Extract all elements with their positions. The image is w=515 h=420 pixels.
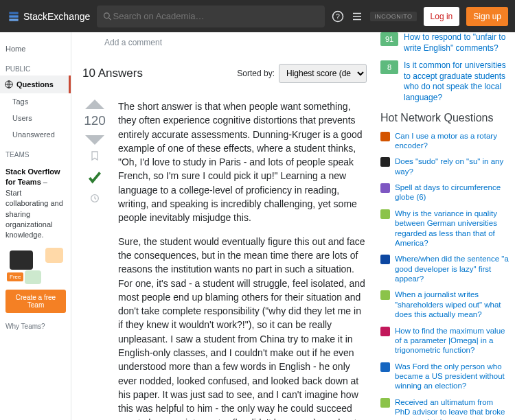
svg-line-4 (109, 17, 111, 19)
teams-promo: Stack Overflow for Teams – Start collabo… (0, 161, 71, 318)
hot-question-link[interactable]: Where/when did the sentence "a good deve… (395, 254, 510, 283)
site-icon (380, 157, 390, 167)
main-content: Add a comment 10 Answers Sorted by: High… (71, 32, 378, 420)
logo[interactable]: StackExchange (7, 10, 90, 23)
nav-questions-label: Questions (16, 80, 54, 89)
create-team-button[interactable]: Create a free Team (5, 290, 66, 313)
site-icon (380, 362, 390, 372)
hot-question: Why is the variance in quality between G… (380, 209, 510, 248)
linked-count: 8 (380, 60, 398, 74)
right-sidebar: 91How to respond to "unfair to write Eng… (378, 32, 515, 420)
searchbox[interactable] (97, 5, 325, 27)
hot-question: Where/when did the sentence "a good deve… (380, 254, 510, 283)
hot-question-link[interactable]: How to find the maximum value of a param… (395, 326, 510, 355)
history-icon[interactable] (89, 193, 100, 204)
site-icon (380, 255, 390, 264)
hot-question: How to find the maximum value of a param… (380, 326, 510, 355)
site-icon (380, 132, 390, 141)
hot-question-link[interactable]: Received an ultimatum from PhD advisor t… (395, 397, 510, 420)
accepted-checkmark-icon (86, 168, 104, 186)
hot-question-link[interactable]: When a journalist writes "shareholders w… (395, 290, 510, 319)
answer: 120 The short answer is that when people… (82, 91, 367, 420)
svg-rect-1 (9, 15, 18, 17)
hot-question: Can I use a motor as a rotary encoder? (380, 131, 510, 151)
answers-count: 10 Answers (82, 67, 143, 80)
nav-section-public: PUBLIC (0, 57, 71, 75)
hot-questions-header: Hot Network Questions (380, 112, 510, 124)
globe-icon (4, 80, 14, 89)
linked-title[interactable]: Is it common for universities to accept … (404, 60, 510, 103)
why-teams-link[interactable]: Why Teams? (0, 318, 71, 334)
hot-question: Does "sudo" rely on "su" in any way? (380, 156, 510, 176)
sort-control: Sorted by: Highest score (default) (237, 64, 367, 83)
nav-users[interactable]: Users (0, 110, 71, 126)
hot-question-link[interactable]: Does "sudo" rely on "su" in any way? (395, 156, 510, 176)
signup-button[interactable]: Sign up (466, 7, 508, 26)
hot-question-link[interactable]: Was Ford the only person who became a US… (395, 362, 510, 391)
downvote-button[interactable] (85, 135, 104, 145)
site-icon (380, 209, 390, 219)
nav-questions[interactable]: Questions (0, 75, 71, 93)
incognito-badge: INCOGNITO (370, 12, 416, 21)
answer-body: The short answer is that when people wan… (118, 100, 367, 420)
logo-text: StackExchange (23, 11, 90, 22)
help-icon[interactable]: ? (332, 10, 344, 23)
vote-count: 120 (84, 109, 106, 132)
hot-question-link[interactable]: Why is the variance in quality between G… (395, 209, 510, 248)
nav-section-teams: TEAMS (0, 143, 71, 161)
site-icon (380, 183, 390, 193)
stackexchange-menu-icon[interactable] (351, 10, 363, 23)
sort-select[interactable]: Highest score (default) (279, 64, 367, 83)
site-icon (380, 327, 390, 336)
site-icon (380, 398, 390, 408)
stackexchange-icon (7, 10, 21, 23)
linked-question: 8Is it common for universities to accept… (380, 60, 510, 103)
answer-paragraph: The short answer is that when people wan… (118, 100, 367, 225)
site-icon (380, 290, 390, 300)
hot-question: Received an ultimatum from PhD advisor t… (380, 397, 510, 420)
upvote-button[interactable] (85, 100, 104, 109)
svg-point-3 (104, 12, 110, 18)
linked-count: 91 (380, 32, 398, 46)
svg-rect-0 (9, 12, 18, 14)
login-button[interactable]: Log in (424, 7, 460, 26)
nav-tags[interactable]: Tags (0, 93, 71, 110)
hot-question-link[interactable]: Can I use a motor as a rotary encoder? (395, 131, 510, 151)
sort-label: Sorted by: (237, 69, 275, 78)
answer-paragraph: Sure, the student would eventually figur… (118, 235, 367, 420)
nav-home[interactable]: Home (0, 40, 71, 57)
nav-unanswered[interactable]: Unanswered (0, 126, 71, 143)
search-icon (102, 11, 113, 22)
teams-desc: – Start collaborating and sharing organi… (5, 178, 63, 239)
vote-column: 120 (82, 100, 107, 420)
bookmark-icon[interactable] (89, 150, 100, 161)
linked-question: 91How to respond to "unfair to write Eng… (380, 32, 510, 54)
svg-rect-2 (9, 19, 18, 21)
hot-question: When a journalist writes "shareholders w… (380, 290, 510, 319)
linked-title[interactable]: How to respond to "unfair to write Engli… (404, 32, 510, 54)
teams-illustration: Free (5, 246, 66, 284)
hot-question: Spell at days to circumference globe (6) (380, 183, 510, 202)
search-input[interactable] (113, 11, 320, 21)
left-sidebar: Home PUBLIC Questions Tags Users Unanswe… (0, 32, 71, 420)
add-comment-link[interactable]: Add a comment (82, 32, 367, 53)
teams-title: Stack Overflow for Teams (5, 167, 60, 186)
topbar: StackExchange ? INCOGNITO Log in Sign up (0, 0, 515, 32)
svg-text:?: ? (336, 12, 340, 20)
answers-header: 10 Answers Sorted by: Highest score (def… (82, 53, 367, 91)
free-badge: Free (7, 272, 23, 281)
hot-question-link[interactable]: Spell at days to circumference globe (6) (395, 183, 510, 202)
hot-question: Was Ford the only person who became a US… (380, 362, 510, 391)
